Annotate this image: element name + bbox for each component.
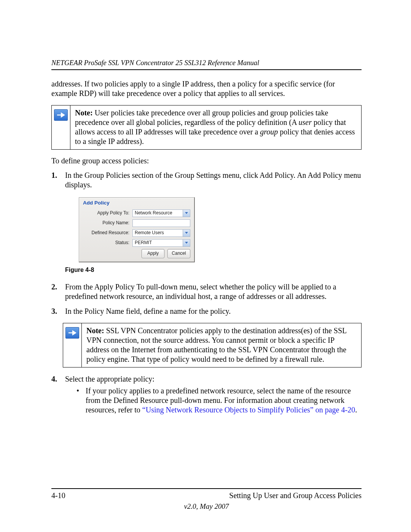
step-4: 4. Select the appropriate policy: If you… [51, 374, 362, 415]
dropdown-value: PERMIT [135, 240, 152, 246]
dialog-row-policy-name: Policy Name: [83, 219, 190, 227]
defined-resource-dropdown[interactable]: Remote Users [132, 229, 190, 237]
note-text: Note: User policies take precedence over… [70, 105, 361, 149]
dialog-row-apply-to: Apply Policy To: Network Resource [83, 209, 190, 217]
step-text: In the Group Policies section of the Gro… [65, 171, 361, 189]
note-icon-cell [52, 105, 70, 149]
policy-name-input[interactable] [132, 219, 190, 227]
document-header: NETGEAR ProSafe SSL VPN Concentrator 25 … [51, 59, 362, 67]
status-dropdown[interactable]: PERMIT [132, 239, 190, 247]
step-text: From the Apply Policy To pull-down menu,… [65, 283, 336, 300]
note-italic: user [299, 118, 312, 126]
page-footer: 4-10 Setting Up User and Group Access Po… [51, 488, 362, 511]
label-defined-resource: Defined Resource: [83, 230, 132, 236]
note-box: Note: User policies take precedence over… [51, 105, 362, 150]
label-policy-name: Policy Name: [83, 220, 132, 226]
step-2: 2. From the Apply Policy To pull-down me… [51, 282, 362, 301]
body-paragraph: addresses. If two policies apply to a si… [51, 79, 362, 98]
apply-button[interactable]: Apply [142, 249, 164, 258]
dialog-title: Add Policy [83, 200, 190, 206]
step-number: 1. [51, 171, 57, 180]
version-text: v2.0, May 2007 [51, 502, 362, 511]
section-title: Setting Up User and Group Access Policie… [229, 491, 362, 500]
dropdown-value: Network Resource [135, 210, 172, 216]
chevron-down-icon[interactable] [183, 230, 190, 236]
note-label: Note: [86, 326, 104, 335]
chevron-down-icon[interactable] [183, 240, 190, 246]
arrow-note-icon [54, 109, 68, 121]
step-text: In the Policy Name field, define a name … [65, 307, 231, 315]
list-item: If your policy applies to a predefined n… [76, 386, 362, 415]
chevron-down-icon[interactable] [183, 210, 190, 217]
note-icon-cell [63, 323, 82, 367]
step-text: Select the appropriate policy: [65, 375, 155, 383]
step-number: 4. [51, 374, 57, 384]
label-apply-to: Apply Policy To: [83, 210, 132, 216]
dropdown-value: Remote Users [135, 230, 164, 236]
note-box: Note: SSL VPN Concentrator policies appl… [63, 323, 362, 367]
note-text: Note: SSL VPN Concentrator policies appl… [82, 323, 361, 367]
cross-reference-link[interactable]: “Using Network Resource Objects to Simpl… [142, 406, 355, 414]
bullet-text-tail: . [355, 406, 357, 414]
note-italic: group [260, 128, 278, 136]
cancel-button[interactable]: Cancel [167, 249, 190, 258]
apply-policy-to-dropdown[interactable]: Network Resource [132, 209, 190, 217]
page-number: 4-10 [51, 491, 65, 500]
step-3: 3. In the Policy Name field, define a na… [51, 307, 362, 367]
step-1: 1. In the Group Policies section of the … [51, 171, 362, 274]
step-number: 3. [51, 307, 57, 316]
dialog-row-defined-resource: Defined Resource: Remote Users [83, 229, 190, 237]
dialog-row-status: Status: PERMIT [83, 239, 190, 247]
note-label: Note: [75, 109, 93, 117]
add-policy-dialog: Add Policy Apply Policy To: Network Reso… [79, 197, 195, 262]
step-number: 2. [51, 282, 57, 292]
lead-in-text: To define group access policies: [51, 157, 362, 165]
header-rule [51, 69, 362, 70]
arrow-note-icon [65, 327, 79, 339]
figure-label: Figure 4-8 [65, 266, 362, 274]
footer-rule [51, 488, 362, 489]
label-status: Status: [83, 240, 132, 246]
note-text-part: User policies take precedence over all g… [75, 109, 328, 126]
note-body: SSL VPN Concentrator policies apply to t… [86, 326, 347, 363]
dialog-button-row: Apply Cancel [83, 249, 190, 258]
